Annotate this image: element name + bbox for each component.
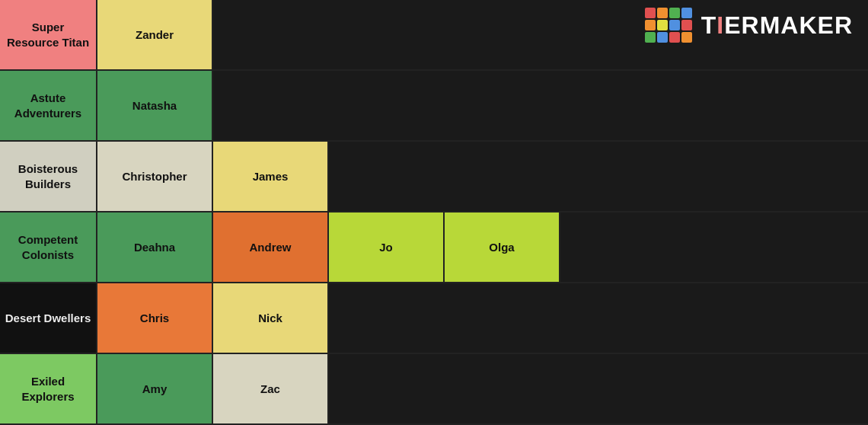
logo-grid [645,8,692,43]
tier-cell-olga: Olga [445,212,560,282]
logo-dot [657,32,668,43]
tier-row-competent: Competent ColonistsDeahnaAndrewJoOlga [0,212,868,283]
tier-cell-zac: Zac [213,354,329,423]
logo-dot [681,20,692,30]
tier-empty-exiled [329,354,868,423]
logo-dot [669,20,680,30]
tier-row-desert: Desert DwellersChrisNick [0,283,868,354]
tier-items-boisterous: ChristopherJames [96,142,868,211]
logo-dot [669,8,680,18]
tier-cell-amy: Amy [97,354,213,423]
tier-label-exiled: Exiled Explorers [0,354,96,423]
logo-dot [657,8,668,18]
logo-area: TiERMAKER [645,8,853,43]
tier-label-desert: Desert Dwellers [0,283,96,353]
tier-cell-natasha: Natasha [97,71,213,140]
logo-dot [681,8,692,18]
tier-cell-nick: Nick [213,283,329,353]
tier-table: Super Resource TitanZanderAstute Adventu… [0,0,868,425]
tier-cell-james: James [213,142,329,211]
tier-empty-astute [213,71,868,140]
tier-empty-competent [560,212,868,282]
tier-label-boisterous: Boisterous Builders [0,142,96,211]
logo-dot [645,8,656,18]
tier-items-astute: Natasha [96,71,868,140]
tier-cell-deahna: Deahna [97,212,213,282]
tier-cell-jo: Jo [329,212,445,282]
logo-dot [645,32,656,43]
logo-text: TiERMAKER [701,11,853,40]
logo-dot [681,32,692,43]
tier-cell-chris: Chris [97,283,213,353]
tier-items-desert: ChrisNick [96,283,868,353]
tier-cell-christopher: Christopher [97,142,213,211]
tier-items-competent: DeahnaAndrewJoOlga [96,212,868,282]
tier-label-super: Super Resource Titan [0,0,96,69]
tier-items-exiled: AmyZac [96,354,868,423]
tier-row-exiled: Exiled ExplorersAmyZac [0,354,868,425]
logo-dot [657,20,668,30]
tier-empty-desert [329,283,868,353]
tier-empty-boisterous [329,142,868,211]
tier-row-astute: Astute AdventurersNatasha [0,71,868,142]
tier-label-astute: Astute Adventurers [0,71,96,140]
tier-label-competent: Competent Colonists [0,212,96,282]
logo-dot [645,20,656,30]
tier-row-boisterous: Boisterous BuildersChristopherJames [0,142,868,212]
tier-cell-andrew: Andrew [213,212,329,282]
logo-dot [669,32,680,43]
tier-cell-zander: Zander [97,0,213,69]
